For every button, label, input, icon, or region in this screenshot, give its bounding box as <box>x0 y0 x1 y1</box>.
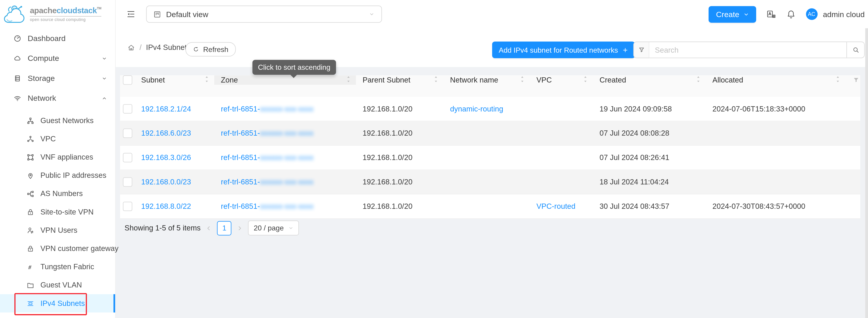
column-header-parent[interactable]: Parent Subnet <box>356 76 443 85</box>
sidebar-item-storage[interactable]: Storage <box>0 68 115 88</box>
search-input[interactable] <box>649 42 846 58</box>
user-name[interactable]: admin cloud <box>823 10 865 19</box>
sidebar-item-public-ip-addresses[interactable]: Public IP addresses <box>0 166 115 184</box>
sidebar-item-label: Dashboard <box>28 34 66 42</box>
subnet-link[interactable]: 192.168.3.0/26 <box>141 153 191 162</box>
sidebar-item-guest-networks[interactable]: Guest Networks <box>0 112 115 130</box>
home-icon[interactable] <box>127 44 135 51</box>
cell-parent-subnet: 192.168.1.0/20 <box>356 97 443 121</box>
column-filter-button[interactable] <box>845 76 860 85</box>
row-checkbox[interactable] <box>123 202 132 211</box>
sort-carets-icon <box>835 76 840 85</box>
view-selector-dropdown[interactable]: Default view <box>146 5 382 23</box>
select-all-checkbox[interactable] <box>123 76 132 85</box>
column-header-label: Subnet <box>141 76 165 84</box>
column-header-allocated[interactable]: Allocated <box>706 76 845 85</box>
search-group <box>633 41 865 58</box>
cell-allocated <box>706 170 845 194</box>
funnel-icon <box>852 76 860 84</box>
zone-link-prefix: ref-trl-6851- <box>221 153 260 162</box>
page-number-1[interactable]: 1 <box>217 221 231 235</box>
vpc-link[interactable]: VPC-routed <box>536 202 575 210</box>
search-filter-button[interactable] <box>634 42 649 58</box>
sidebar-item-guest-vlan[interactable]: Guest VLAN <box>0 276 115 294</box>
sidebar-item-compute[interactable]: Compute <box>0 48 115 68</box>
column-header-zone[interactable]: Zone <box>214 76 356 85</box>
subnet-link[interactable]: 192.168.2.1/24 <box>141 105 191 113</box>
subnet-link[interactable]: 192.168.8.0/22 <box>141 202 191 210</box>
sidebar-item-network[interactable]: Network <box>0 88 115 108</box>
row-checkbox[interactable] <box>123 153 132 162</box>
sidebar-item-vpn-users[interactable]: VPN Users <box>0 221 115 239</box>
column-header-network[interactable]: Network name <box>443 76 530 85</box>
column-header-vpc[interactable]: VPC <box>530 76 593 85</box>
sidebar-item-site-to-site-vpn[interactable]: Site-to-site VPN <box>0 203 115 221</box>
cell-created: 18 Jul 2024 11:04:24 <box>593 170 706 194</box>
chevron-right-icon <box>237 225 243 231</box>
add-ipv4-subnet-button[interactable]: Add IPv4 subnet for Routed networks <box>492 41 635 58</box>
sidebar-item-ipv4-subnets[interactable]: IPv4 Subnets <box>0 294 115 313</box>
sidebar-item-vnf-appliances[interactable]: VNF appliances <box>0 148 115 166</box>
zone-link-prefix: ref-trl-6851- <box>221 178 260 186</box>
chevron-left-icon <box>206 225 212 231</box>
subnet-link[interactable]: 192.168.0.0/23 <box>141 178 191 186</box>
row-checkbox-cell <box>120 146 134 170</box>
deployment-icon <box>27 135 34 143</box>
network-link[interactable]: dynamic-routing <box>450 105 503 113</box>
table-row: 192.168.2.1/24ref-trl-6851-xxxxxx-xxx-xx… <box>120 97 860 121</box>
zone-link[interactable]: ref-trl-6851-xxxxxx-xxx-xxxx <box>221 202 314 210</box>
page-header-row: / IPv4 Subnets Refresh Add IPv4 subnet f… <box>116 28 868 67</box>
sidebar-item-label: Network <box>28 94 56 103</box>
storage-icon <box>13 74 22 82</box>
zone-link-redacted: xxxxxx-xxx-xxxx <box>260 202 313 210</box>
sidebar-item-vpn-customer-gateway[interactable]: VPN customer gateway <box>0 239 115 258</box>
page-size-value: 20 / page <box>254 224 284 232</box>
zone-link[interactable]: ref-trl-6851-xxxxxx-xxx-xxxx <box>221 105 314 113</box>
sidebar-item-dashboard[interactable]: Dashboard <box>0 28 115 48</box>
search-button[interactable] <box>846 42 864 58</box>
row-checkbox[interactable] <box>123 104 132 114</box>
cell-zone: ref-trl-6851-xxxxxx-xxx-xxxx <box>214 195 356 219</box>
zone-link-redacted: xxxxxx-xxx-xxxx <box>260 129 313 137</box>
zone-link-redacted: xxxxxx-xxx-xxxx <box>260 105 313 113</box>
table-row: 192.168.6.0/23ref-trl-6851-xxxxxx-xxx-xx… <box>120 121 860 146</box>
logo-tagline: open source cloud computing <box>30 18 101 22</box>
column-header-subnet[interactable]: Subnet <box>134 76 214 85</box>
refresh-button[interactable]: Refresh <box>185 42 236 57</box>
row-checkbox[interactable] <box>123 177 132 187</box>
sort-carets-icon <box>433 76 438 85</box>
sort-carets-icon <box>346 76 351 85</box>
scrollbar-thumb[interactable] <box>865 28 868 318</box>
chevron-down-icon <box>288 226 293 230</box>
user-avatar[interactable]: AC <box>806 8 817 20</box>
column-header-label: Parent Subnet <box>363 76 410 84</box>
column-header-created[interactable]: Created <box>593 76 706 85</box>
translate-icon[interactable] <box>766 9 776 19</box>
cloudstack-app: apachecloudstackTM open source cloud com… <box>0 0 868 318</box>
sidebar-item-vpc[interactable]: VPC <box>0 130 115 148</box>
create-button[interactable]: Create <box>709 6 756 23</box>
page-size-select[interactable]: 20 / page <box>248 221 299 235</box>
zone-link[interactable]: ref-trl-6851-xxxxxx-xxx-xxxx <box>221 178 314 186</box>
subnet-icon <box>27 299 34 307</box>
sidebar-item-tungsten-fabric[interactable]: #Tungsten Fabric <box>0 258 115 276</box>
next-page-button[interactable] <box>237 225 243 231</box>
subnet-link[interactable]: 192.168.6.0/23 <box>141 129 191 137</box>
cell-subnet: 192.168.2.1/24 <box>134 97 214 121</box>
cell-created: 30 Jul 2024 08:43:57 <box>593 195 706 219</box>
menu-fold-icon[interactable] <box>126 9 135 19</box>
cell-filter-spacer <box>845 195 860 219</box>
app-logo: apachecloudstackTM open source cloud com… <box>0 0 115 28</box>
zone-link-prefix: ref-trl-6851- <box>221 105 260 113</box>
cell-created: 07 Jul 2024 08:26:41 <box>593 146 706 170</box>
zone-link[interactable]: ref-trl-6851-xxxxxx-xxx-xxxx <box>221 129 314 137</box>
notifications-bell-icon[interactable] <box>786 9 796 19</box>
logo-wordmark: apachecloudstackTM <box>30 7 101 17</box>
cell-filter-spacer <box>845 97 860 121</box>
sidebar-item-as-numbers[interactable]: AS Numbers <box>0 184 115 203</box>
previous-page-button[interactable] <box>206 225 212 231</box>
zone-link[interactable]: ref-trl-6851-xxxxxx-xxx-xxxx <box>221 153 314 162</box>
row-checkbox[interactable] <box>123 128 132 138</box>
column-header-label: Zone <box>221 76 238 84</box>
sidebar-item-label: Tungsten Fabric <box>40 263 94 271</box>
